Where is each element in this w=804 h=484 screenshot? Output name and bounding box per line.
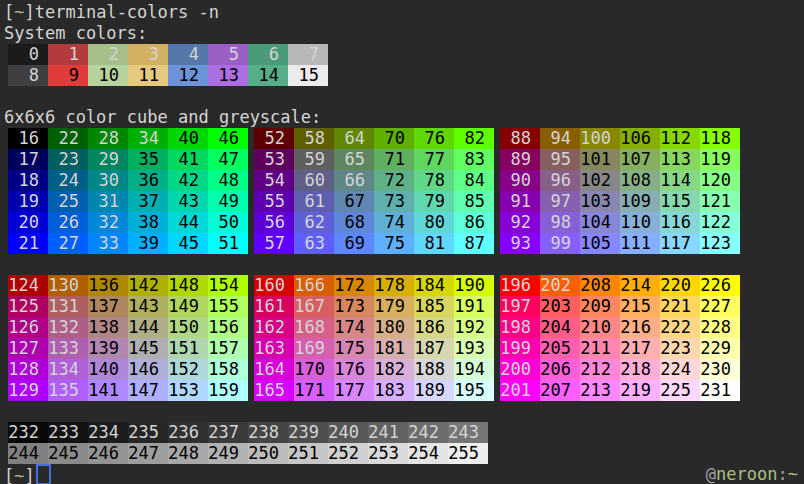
color-cell-32: 32	[88, 212, 128, 233]
prompt-line-top: [~]terminal-colors -n	[0, 2, 804, 23]
color-cell-191: 191	[454, 296, 494, 317]
cube-block-16: 1622283440461723293541471824303642481925…	[8, 128, 248, 254]
color-cell-18: 18	[8, 170, 48, 191]
color-cell-153: 153	[168, 380, 208, 401]
color-cell-236: 236	[168, 422, 208, 443]
color-cell-24: 24	[48, 170, 88, 191]
color-cell-239: 239	[288, 422, 328, 443]
greyscale-row-1: 232233234235236237238239240241242243	[8, 422, 804, 443]
terminal-cursor[interactable]	[36, 464, 51, 484]
color-cell-113: 113	[660, 149, 700, 170]
color-cell-82: 82	[454, 128, 494, 149]
color-cell-166: 166	[294, 275, 334, 296]
prompt-tilde: ~	[14, 466, 24, 484]
color-cell-22: 22	[48, 128, 88, 149]
color-cell-230: 230	[700, 359, 740, 380]
color-cell-4: 4	[168, 44, 208, 65]
color-cell-245: 245	[48, 443, 88, 464]
color-cell-206: 206	[540, 359, 580, 380]
color-cell-98: 98	[540, 212, 580, 233]
color-cell-109: 109	[620, 191, 660, 212]
color-cell-27: 27	[48, 233, 88, 254]
color-cell-77: 77	[414, 149, 454, 170]
color-cell-221: 221	[660, 296, 700, 317]
color-cell-43: 43	[168, 191, 208, 212]
prompt-left: [~]	[4, 464, 51, 484]
color-cell-148: 148	[168, 275, 208, 296]
color-cell-3: 3	[128, 44, 168, 65]
color-cell-30: 30	[88, 170, 128, 191]
system-colors-row-1: 01234567	[8, 44, 804, 65]
color-cell-172: 172	[334, 275, 374, 296]
color-cell-37: 37	[128, 191, 168, 212]
color-cell-92: 92	[500, 212, 540, 233]
color-cell-185: 185	[414, 296, 454, 317]
color-cell-131: 131	[48, 296, 88, 317]
color-cell-64: 64	[334, 128, 374, 149]
color-cell-194: 194	[454, 359, 494, 380]
rprompt-tilde: ~	[788, 464, 798, 484]
color-cell-53: 53	[254, 149, 294, 170]
color-cell-83: 83	[454, 149, 494, 170]
color-cell-11: 11	[128, 65, 168, 86]
color-cell-100: 100	[580, 128, 620, 149]
cube-block-196: 1962022082142202261972032092152212271982…	[500, 275, 740, 401]
color-cell-160: 160	[254, 275, 294, 296]
color-cell-46: 46	[208, 128, 248, 149]
prompt-tilde: ~	[14, 2, 24, 22]
color-cell-150: 150	[168, 317, 208, 338]
cube-heading: 6x6x6 color cube and greyscale:	[0, 107, 804, 128]
color-cell-250: 250	[248, 443, 288, 464]
color-cell-73: 73	[374, 191, 414, 212]
color-cell-8: 8	[8, 65, 48, 86]
color-cell-122: 122	[700, 212, 740, 233]
color-cell-56: 56	[254, 212, 294, 233]
terminal-window[interactable]: [~]terminal-colors -n System colors: 012…	[0, 0, 804, 484]
color-cell-254: 254	[408, 443, 448, 464]
color-cell-139: 139	[88, 338, 128, 359]
color-cell-158: 158	[208, 359, 248, 380]
color-cell-135: 135	[48, 380, 88, 401]
color-cell-124: 124	[8, 275, 48, 296]
color-cell-136: 136	[88, 275, 128, 296]
color-cell-58: 58	[294, 128, 334, 149]
color-cell-125: 125	[8, 296, 48, 317]
color-cell-81: 81	[414, 233, 454, 254]
color-cell-174: 174	[334, 317, 374, 338]
color-cell-240: 240	[328, 422, 368, 443]
color-cell-198: 198	[500, 317, 540, 338]
color-cell-224: 224	[660, 359, 700, 380]
color-cell-156: 156	[208, 317, 248, 338]
color-cell-128: 128	[8, 359, 48, 380]
blank-line	[0, 401, 804, 422]
color-cell-31: 31	[88, 191, 128, 212]
color-cell-132: 132	[48, 317, 88, 338]
command-text: terminal-colors -n	[35, 2, 219, 22]
color-cell-202: 202	[540, 275, 580, 296]
system-colors-heading: System colors:	[0, 23, 804, 44]
color-cell-111: 111	[620, 233, 660, 254]
color-cell-96: 96	[540, 170, 580, 191]
color-cell-164: 164	[254, 359, 294, 380]
color-cell-55: 55	[254, 191, 294, 212]
rprompt-at: @	[706, 464, 716, 484]
color-cell-147: 147	[128, 380, 168, 401]
color-cell-76: 76	[414, 128, 454, 149]
color-cell-106: 106	[620, 128, 660, 149]
color-cell-29: 29	[88, 149, 128, 170]
color-cube-band-2: 1241301361421481541251311371431491551261…	[8, 275, 804, 401]
color-cell-170: 170	[294, 359, 334, 380]
color-cell-247: 247	[128, 443, 168, 464]
color-cell-66: 66	[334, 170, 374, 191]
color-cell-188: 188	[414, 359, 454, 380]
color-cell-146: 146	[128, 359, 168, 380]
color-cell-218: 218	[620, 359, 660, 380]
color-cell-234: 234	[88, 422, 128, 443]
color-cell-112: 112	[660, 128, 700, 149]
color-cell-203: 203	[540, 296, 580, 317]
color-cell-120: 120	[700, 170, 740, 191]
color-cell-142: 142	[128, 275, 168, 296]
color-cell-165: 165	[254, 380, 294, 401]
color-cell-12: 12	[168, 65, 208, 86]
color-cell-40: 40	[168, 128, 208, 149]
